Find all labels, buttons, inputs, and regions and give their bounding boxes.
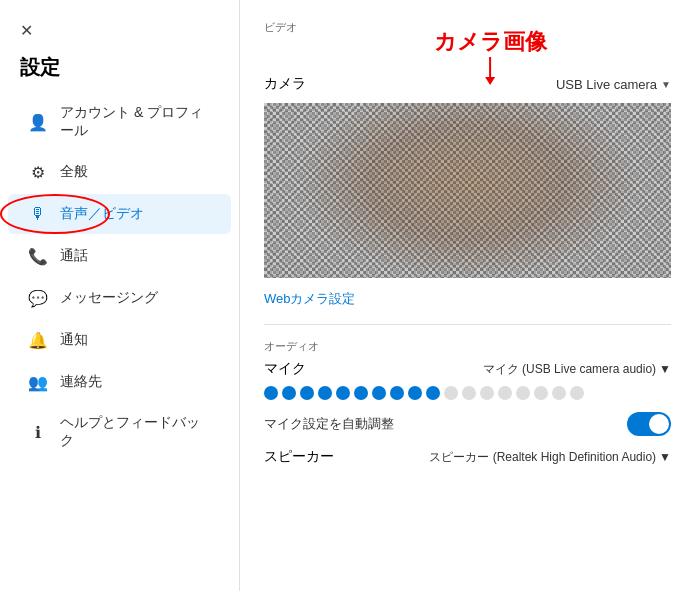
chevron-down-icon: ▼ — [659, 450, 671, 464]
volume-dot-0 — [264, 386, 278, 400]
sidebar-item-help[interactable]: ℹ ヘルプとフィードバック — [8, 404, 231, 460]
main-content: ビデオ カメラ画像 カメラ USB Live camera ▼ Webカメラ設定… — [240, 0, 695, 591]
volume-dot-8 — [408, 386, 422, 400]
sidebar-item-calls[interactable]: 📞 通話 — [8, 236, 231, 276]
sidebar-item-notifications[interactable]: 🔔 通知 — [8, 320, 231, 360]
mic-row: マイク マイク (USB Live camera audio) ▼ — [264, 360, 671, 378]
volume-dot-14 — [516, 386, 530, 400]
auto-mic-label: マイク設定を自動調整 — [264, 415, 394, 433]
sidebar-item-account[interactable]: 👤 アカウント & プロフィール — [8, 94, 231, 150]
sidebar-item-label: 音声／ビデオ — [60, 205, 144, 223]
volume-dot-16 — [552, 386, 566, 400]
noise-overlay — [264, 103, 671, 278]
sidebar-item-label: ヘルプとフィードバック — [60, 414, 211, 450]
audio-section: オーディオ マイク マイク (USB Live camera audio) ▼ … — [264, 339, 671, 466]
volume-dot-6 — [372, 386, 386, 400]
volume-dot-7 — [390, 386, 404, 400]
auto-mic-row: マイク設定を自動調整 — [264, 412, 671, 436]
settings-title: 設定 — [0, 50, 239, 93]
contacts-icon: 👥 — [28, 372, 48, 392]
volume-dot-4 — [336, 386, 350, 400]
volume-dot-9 — [426, 386, 440, 400]
mic-dropdown[interactable]: マイク (USB Live camera audio) ▼ — [483, 361, 671, 378]
volume-dot-3 — [318, 386, 332, 400]
speaker-dropdown-value: スピーカー (Realtek High Definition Audio) — [429, 449, 656, 466]
account-icon: 👤 — [28, 112, 48, 132]
volume-dot-5 — [354, 386, 368, 400]
section-divider — [264, 324, 671, 325]
sidebar-item-label: 通知 — [60, 331, 88, 349]
phone-icon: 📞 — [28, 246, 48, 266]
video-section-label: ビデオ — [264, 20, 671, 35]
sidebar-item-label: 連絡先 — [60, 373, 102, 391]
sidebar: ✕ 設定 👤 アカウント & プロフィール ⚙ 全般 🎙 音声／ビデオ 📞 通話… — [0, 0, 240, 591]
mic-dropdown-value: マイク (USB Live camera audio) — [483, 361, 656, 378]
camera-preview-wrapper: カメラ画像 カメラ USB Live camera ▼ — [264, 75, 671, 278]
toggle-thumb — [649, 414, 669, 434]
mic-label: マイク — [264, 360, 306, 378]
speaker-label: スピーカー — [264, 448, 334, 466]
chevron-down-icon: ▼ — [659, 362, 671, 376]
sidebar-item-messaging[interactable]: 💬 メッセージング — [8, 278, 231, 318]
speaker-row: スピーカー スピーカー (Realtek High Definition Aud… — [264, 448, 671, 466]
volume-dot-2 — [300, 386, 314, 400]
volume-dot-15 — [534, 386, 548, 400]
camera-preview — [264, 103, 671, 278]
volume-dot-13 — [498, 386, 512, 400]
volume-dot-11 — [462, 386, 476, 400]
sidebar-item-label: 全般 — [60, 163, 88, 181]
annotation-line — [489, 57, 491, 77]
mic-icon: 🎙 — [28, 204, 48, 224]
sidebar-item-general[interactable]: ⚙ 全般 — [8, 152, 231, 192]
sidebar-item-label: 通話 — [60, 247, 88, 265]
volume-dot-10 — [444, 386, 458, 400]
info-icon: ℹ — [28, 422, 48, 442]
speaker-dropdown[interactable]: スピーカー (Realtek High Definition Audio) ▼ — [429, 449, 671, 466]
chevron-down-icon: ▼ — [661, 79, 671, 90]
audio-section-label: オーディオ — [264, 339, 671, 354]
close-button[interactable]: ✕ — [12, 16, 40, 44]
auto-mic-toggle[interactable] — [627, 412, 671, 436]
camera-label: カメラ — [264, 75, 306, 93]
sidebar-item-contacts[interactable]: 👥 連絡先 — [8, 362, 231, 402]
volume-dots — [264, 386, 671, 400]
message-icon: 💬 — [28, 288, 48, 308]
volume-dot-1 — [282, 386, 296, 400]
webcam-settings-link[interactable]: Webカメラ設定 — [264, 290, 671, 308]
bell-icon: 🔔 — [28, 330, 48, 350]
camera-dropdown[interactable]: USB Live camera ▼ — [556, 77, 671, 92]
sidebar-item-audio-video[interactable]: 🎙 音声／ビデオ — [8, 194, 231, 234]
camera-row: カメラ USB Live camera ▼ — [264, 75, 671, 93]
camera-dropdown-value: USB Live camera — [556, 77, 657, 92]
sidebar-item-label: メッセージング — [60, 289, 158, 307]
sidebar-item-label: アカウント & プロフィール — [60, 104, 211, 140]
volume-dot-12 — [480, 386, 494, 400]
volume-dot-17 — [570, 386, 584, 400]
gear-icon: ⚙ — [28, 162, 48, 182]
